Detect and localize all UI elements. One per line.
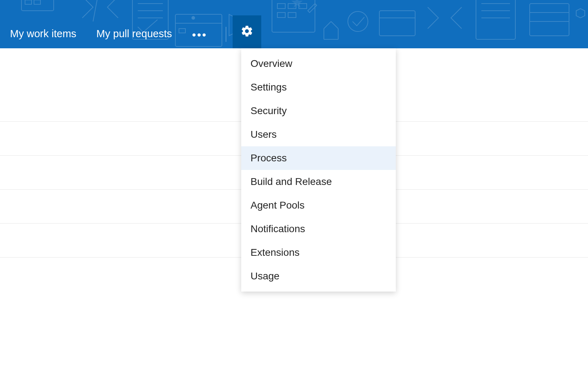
menu-item-usage[interactable]: Usage [241, 264, 396, 288]
svg-rect-14 [272, 0, 315, 32]
menu-item-process[interactable]: Process [241, 146, 396, 170]
content-area: Overview Settings Security Users Process… [0, 48, 588, 258]
menu-item-label: Agent Pools [251, 200, 305, 211]
svg-rect-21 [379, 11, 415, 36]
svg-rect-4 [34, 0, 40, 4]
menu-item-label: Usage [251, 270, 280, 282]
svg-rect-16 [288, 4, 296, 9]
header-bar: My work items My pull requests ••• [0, 0, 588, 48]
settings-dropdown-menu: Overview Settings Security Users Process… [241, 48, 396, 292]
svg-rect-15 [277, 4, 285, 9]
menu-item-agent-pools[interactable]: Agent Pools [241, 194, 396, 217]
svg-rect-19 [288, 13, 296, 18]
svg-rect-18 [277, 13, 285, 18]
menu-item-label: Process [251, 152, 287, 163]
menu-item-users[interactable]: Users [241, 123, 396, 146]
nav-my-work-items[interactable]: My work items [0, 24, 86, 44]
menu-item-label: Users [251, 129, 277, 140]
menu-item-settings[interactable]: Settings [241, 75, 396, 99]
menu-item-label: Build and Release [251, 176, 332, 187]
nav-label: My work items [10, 28, 76, 39]
svg-line-5 [93, 0, 98, 21]
ellipsis-icon: ••• [192, 28, 207, 41]
menu-item-notifications[interactable]: Notifications [241, 217, 396, 241]
nav-my-pull-requests[interactable]: My pull requests [86, 24, 182, 44]
menu-item-label: Notifications [251, 223, 305, 234]
menu-item-label: Extensions [251, 247, 300, 258]
gear-icon [240, 25, 253, 39]
svg-rect-17 [299, 4, 307, 9]
svg-point-20 [348, 11, 368, 31]
svg-rect-3 [25, 0, 31, 4]
svg-rect-0 [21, 0, 54, 11]
nav-divider [226, 27, 226, 42]
svg-rect-23 [476, 0, 515, 39]
settings-gear-button[interactable] [233, 15, 261, 48]
nav-more-button[interactable]: ••• [182, 25, 217, 44]
svg-point-13 [192, 16, 195, 19]
menu-item-security[interactable]: Security [241, 99, 396, 123]
svg-rect-27 [530, 4, 569, 36]
nav-label: My pull requests [96, 28, 172, 39]
menu-item-build-and-release[interactable]: Build and Release [241, 170, 396, 194]
menu-item-label: Security [251, 105, 287, 116]
menu-item-label: Overview [251, 58, 292, 69]
menu-item-label: Settings [251, 82, 287, 93]
menu-item-overview[interactable]: Overview [241, 52, 396, 75]
menu-item-extensions[interactable]: Extensions [241, 241, 396, 264]
